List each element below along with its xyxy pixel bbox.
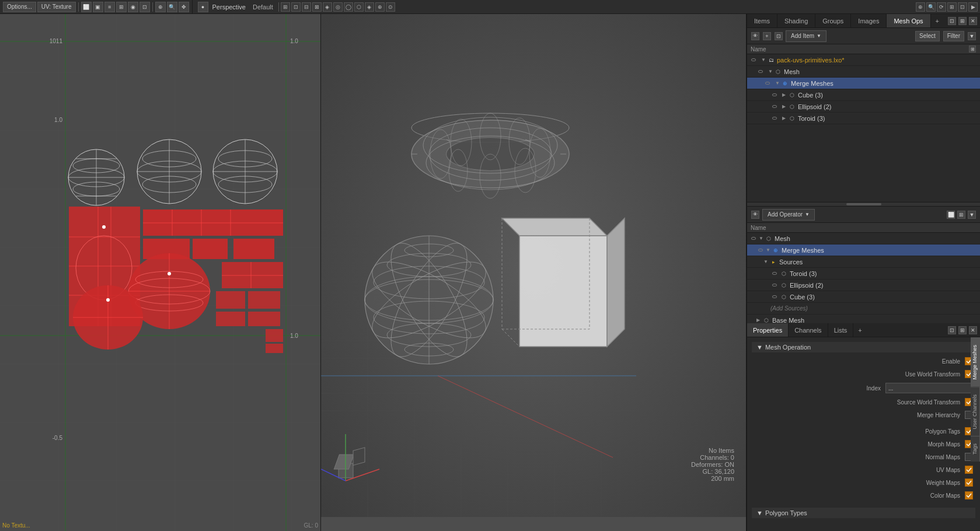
vp-icon-7[interactable]: ◯	[344, 2, 353, 12]
vis-icon-ellipsoid[interactable]	[770, 103, 779, 111]
uv-texture-button[interactable]: UV: Texture	[37, 2, 76, 12]
op-vis-icon[interactable]: 👁	[751, 211, 759, 219]
add-prop-tab[interactable]: +	[853, 327, 866, 334]
op-vis-toroid[interactable]	[770, 270, 779, 278]
prop-icon-1[interactable]: ⊡	[948, 326, 956, 334]
op-icon-1[interactable]: ⬜	[947, 211, 955, 219]
side-tab-user-channels[interactable]: User Channels	[971, 387, 980, 436]
polygon-types-section[interactable]: ▼ Polygon Types	[752, 508, 975, 518]
prop-tab-properties[interactable]: Properties	[747, 323, 789, 337]
uv-icon-4[interactable]: ⊞	[116, 2, 127, 12]
op-name-col: Name	[751, 225, 766, 231]
scene-item-cube[interactable]: ▶ ⬡ Cube (3)	[747, 89, 980, 101]
op-item-mesh[interactable]: ▼ ⬡ Mesh	[747, 233, 980, 244]
side-tab-tags[interactable]: Tags	[971, 436, 980, 462]
vp-icon-2[interactable]: ⊡	[291, 2, 301, 12]
side-tab-merge-meshes[interactable]: Merge Meshes	[971, 337, 980, 387]
vp-nav-4[interactable]: ⊞	[947, 2, 957, 12]
uv-icon-6[interactable]: ⊡	[139, 2, 150, 12]
nav-icon-1[interactable]: ⊕	[155, 2, 166, 12]
vp-icon-6[interactable]: ◎	[333, 2, 343, 12]
prop-icon-3[interactable]: ✕	[969, 326, 977, 334]
options-button[interactable]: Options...	[3, 2, 36, 12]
vis-icon-toroid[interactable]	[770, 114, 779, 123]
vp-icon-3[interactable]: ⊟	[302, 2, 311, 12]
filter-options[interactable]: ▼	[968, 32, 976, 40]
vp-icon-4[interactable]: ⊠	[312, 2, 322, 12]
op-vis-mesh[interactable]	[749, 235, 758, 243]
col-options[interactable]: ⊞	[969, 46, 976, 53]
nav-icon-3[interactable]: ✥	[179, 2, 189, 12]
svg-rect-140	[353, 448, 365, 465]
expand-file[interactable]: ▼	[761, 57, 766, 62]
op-item-cube[interactable]: ⬡ Cube (3)	[747, 291, 980, 303]
vis-icon-file[interactable]	[749, 56, 758, 64]
add-operator-button[interactable]: Add Operator ▼	[762, 209, 815, 221]
op-vis-ellipsoid[interactable]	[770, 281, 779, 289]
vp-icon-11[interactable]: ⊙	[386, 2, 395, 12]
vis-icon-merge[interactable]	[763, 79, 772, 88]
op-item-ellipsoid[interactable]: ⬡ Ellipsoid (2)	[747, 280, 980, 291]
op-icon-2[interactable]: ⊞	[957, 211, 965, 219]
expand-mesh[interactable]: ▼	[768, 69, 773, 74]
expand-ellipsoid[interactable]: ▶	[782, 104, 787, 109]
vp-icon-8[interactable]: ⬡	[354, 2, 364, 12]
vp-icon-1[interactable]: ⊞	[281, 2, 290, 12]
vp-nav-6[interactable]: ▶	[968, 2, 978, 12]
scene-item-toroid[interactable]: ▶ ⬡ Toroid (3)	[747, 113, 980, 124]
uv-icon-5[interactable]: ◉	[128, 2, 138, 12]
op-item-toroid[interactable]: ⬡ Toroid (3)	[747, 268, 980, 280]
filter-button[interactable]: Filter	[943, 31, 964, 41]
vis-icon-cube[interactable]	[770, 91, 779, 99]
op-icon-3[interactable]: ▼	[968, 211, 976, 219]
op-item-merge[interactable]: ▼ ⊕ Merge Meshes	[747, 244, 980, 256]
vp-nav-3[interactable]: ⟳	[937, 2, 946, 12]
scene-item-merge[interactable]: ▼ ⊕ Merge Meshes	[747, 78, 980, 89]
panel-icon-1[interactable]: ⊡	[948, 17, 956, 25]
vp-icon-9[interactable]: ◈	[365, 2, 374, 12]
index-input[interactable]	[885, 383, 973, 393]
tab-shading[interactable]: Shading	[777, 14, 815, 27]
op-item-base-mesh[interactable]: ▶ ⬡ Base Mesh	[747, 315, 980, 323]
vp-nav-2[interactable]: 🔍	[926, 2, 936, 12]
scene-item-ellipsoid[interactable]: ▶ ⬡ Ellipsoid (2)	[747, 101, 980, 113]
op-item-sources[interactable]: ▼ ▸ Sources	[747, 256, 980, 268]
vp-icon-10[interactable]: ⊕	[375, 2, 385, 12]
expand-toroid[interactable]: ▶	[782, 116, 787, 121]
op-item-add-sources[interactable]: (Add Sources)	[747, 303, 980, 315]
add-icon[interactable]: +	[763, 32, 771, 40]
uv-icon-2[interactable]: ▣	[93, 2, 103, 12]
panel-icon-3[interactable]: ✕	[969, 17, 977, 25]
expand-merge[interactable]: ▼	[775, 81, 780, 86]
mesh-op-section[interactable]: ▼ Mesh Operation	[752, 342, 975, 352]
viewport-dot[interactable]: ●	[198, 2, 208, 12]
merge-hierarchy-label: Merge Hierarchy	[754, 412, 965, 418]
tab-groups[interactable]: Groups	[815, 14, 851, 27]
op-vis-cube[interactable]	[770, 293, 779, 301]
scene-item-file[interactable]: ▼ 🗂 pack-uvs-primitives.lxo*	[747, 54, 980, 66]
vp-nav-1[interactable]: ⊕	[916, 2, 925, 12]
prop-enable: Enable	[752, 356, 975, 366]
vp-nav-5[interactable]: ⊡	[958, 2, 967, 12]
tab-images[interactable]: Images	[851, 14, 887, 27]
visibility-toggle[interactable]: 👁	[751, 32, 759, 40]
panel-icon-2[interactable]: ⊞	[958, 17, 967, 25]
tab-mesh-ops[interactable]: Mesh Ops	[887, 14, 930, 27]
scene-item-mesh[interactable]: ▼ ⬡ Mesh	[747, 66, 980, 78]
uv-icon-3[interactable]: ≡	[104, 2, 115, 12]
add-item-button[interactable]: Add Item ▼	[786, 30, 826, 42]
op-vis-merge[interactable]	[756, 246, 765, 254]
filter-icon[interactable]: ⊡	[775, 32, 783, 40]
tab-items[interactable]: Items	[747, 14, 777, 27]
uv-icon-1[interactable]: ⬜	[81, 2, 92, 12]
select-button[interactable]: Select	[915, 31, 940, 41]
h-scrollbar[interactable]	[747, 202, 980, 207]
expand-cube[interactable]: ▶	[782, 92, 787, 97]
vis-icon-mesh[interactable]	[756, 68, 765, 76]
nav-icon-2[interactable]: 🔍	[167, 2, 177, 12]
add-panel-tab[interactable]: +	[931, 18, 944, 25]
prop-icon-2[interactable]: ⊞	[958, 326, 967, 334]
prop-tab-lists[interactable]: Lists	[828, 323, 854, 337]
vp-icon-5[interactable]: ◈	[323, 2, 332, 12]
prop-tab-channels[interactable]: Channels	[789, 323, 828, 337]
